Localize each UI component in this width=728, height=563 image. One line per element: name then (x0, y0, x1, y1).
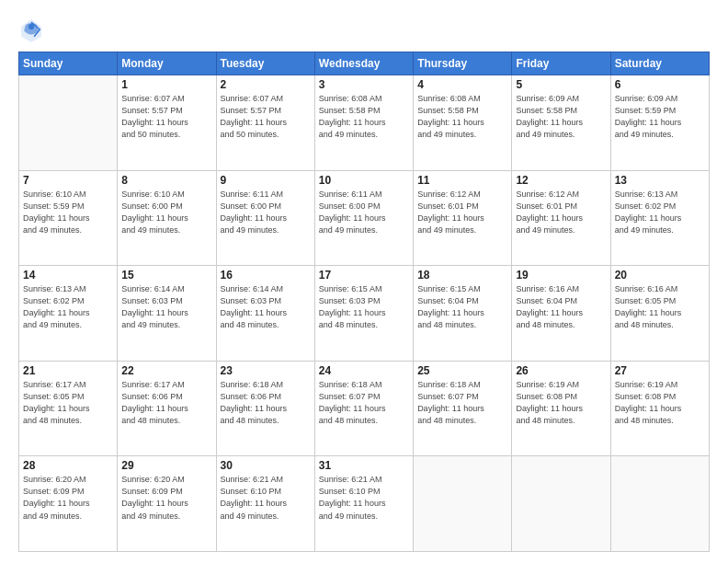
day-number: 15 (121, 269, 211, 282)
day-info: Sunrise: 6:19 AM Sunset: 6:08 PM Dayligh… (516, 379, 606, 427)
day-info: Sunrise: 6:17 AM Sunset: 6:06 PM Dayligh… (121, 379, 211, 427)
day-info: Sunrise: 6:21 AM Sunset: 6:10 PM Dayligh… (319, 474, 409, 522)
day-info: Sunrise: 6:11 AM Sunset: 6:00 PM Dayligh… (319, 189, 409, 236)
calendar-cell: 15Sunrise: 6:14 AM Sunset: 6:03 PM Dayli… (118, 266, 216, 362)
day-number: 12 (516, 174, 606, 187)
calendar-cell: 11Sunrise: 6:12 AM Sunset: 6:01 PM Dayli… (414, 170, 512, 266)
calendar-header-row: SundayMondayTuesdayWednesdayThursdayFrid… (19, 52, 710, 75)
day-info: Sunrise: 6:14 AM Sunset: 6:03 PM Dayligh… (121, 283, 211, 331)
calendar-cell: 2Sunrise: 6:07 AM Sunset: 5:57 PM Daylig… (216, 75, 314, 171)
day-info: Sunrise: 6:08 AM Sunset: 5:58 PM Dayligh… (417, 93, 507, 141)
day-number: 18 (417, 269, 507, 282)
calendar-week-row: 7Sunrise: 6:10 AM Sunset: 5:59 PM Daylig… (19, 170, 710, 266)
calendar-cell: 10Sunrise: 6:11 AM Sunset: 6:00 PM Dayli… (314, 170, 413, 266)
day-number: 6 (615, 78, 705, 91)
svg-point-1 (28, 24, 34, 29)
day-info: Sunrise: 6:17 AM Sunset: 6:05 PM Dayligh… (23, 379, 113, 427)
day-info: Sunrise: 6:10 AM Sunset: 5:59 PM Dayligh… (23, 189, 113, 236)
calendar-cell: 19Sunrise: 6:16 AM Sunset: 6:04 PM Dayli… (512, 266, 610, 362)
calendar-day-header: Wednesday (314, 52, 413, 75)
calendar-cell: 16Sunrise: 6:14 AM Sunset: 6:03 PM Dayli… (216, 266, 314, 362)
day-info: Sunrise: 6:18 AM Sunset: 6:07 PM Dayligh… (319, 379, 409, 427)
calendar-day-header: Monday (118, 52, 216, 75)
calendar-week-row: 1Sunrise: 6:07 AM Sunset: 5:57 PM Daylig… (19, 75, 710, 171)
day-info: Sunrise: 6:16 AM Sunset: 6:04 PM Dayligh… (516, 283, 606, 331)
day-info: Sunrise: 6:10 AM Sunset: 6:00 PM Dayligh… (121, 189, 211, 236)
day-number: 17 (319, 269, 409, 282)
day-info: Sunrise: 6:14 AM Sunset: 6:03 PM Dayligh… (221, 283, 311, 331)
calendar-day-header: Thursday (414, 52, 512, 75)
day-number: 22 (121, 364, 211, 377)
day-info: Sunrise: 6:11 AM Sunset: 6:00 PM Dayligh… (221, 189, 311, 236)
day-number: 16 (221, 269, 311, 282)
day-info: Sunrise: 6:18 AM Sunset: 6:06 PM Dayligh… (221, 379, 311, 427)
day-info: Sunrise: 6:08 AM Sunset: 5:58 PM Dayligh… (319, 93, 409, 141)
calendar-cell: 24Sunrise: 6:18 AM Sunset: 6:07 PM Dayli… (314, 361, 413, 456)
day-number: 30 (221, 459, 311, 472)
calendar-cell: 4Sunrise: 6:08 AM Sunset: 5:58 PM Daylig… (414, 75, 512, 171)
day-number: 24 (319, 364, 409, 377)
day-number: 5 (516, 78, 606, 91)
day-info: Sunrise: 6:12 AM Sunset: 6:01 PM Dayligh… (516, 189, 606, 236)
day-info: Sunrise: 6:20 AM Sunset: 6:09 PM Dayligh… (121, 474, 211, 522)
calendar-cell: 22Sunrise: 6:17 AM Sunset: 6:06 PM Dayli… (118, 361, 216, 456)
calendar-cell: 13Sunrise: 6:13 AM Sunset: 6:02 PM Dayli… (610, 170, 709, 266)
calendar-cell: 12Sunrise: 6:12 AM Sunset: 6:01 PM Dayli… (512, 170, 610, 266)
day-info: Sunrise: 6:15 AM Sunset: 6:03 PM Dayligh… (319, 283, 409, 331)
calendar-table: SundayMondayTuesdayWednesdayThursdayFrid… (18, 52, 710, 552)
logo-icon (18, 17, 44, 42)
calendar-cell: 20Sunrise: 6:16 AM Sunset: 6:05 PM Dayli… (610, 266, 709, 362)
calendar-cell: 29Sunrise: 6:20 AM Sunset: 6:09 PM Dayli… (118, 456, 216, 552)
day-info: Sunrise: 6:18 AM Sunset: 6:07 PM Dayligh… (417, 379, 507, 427)
day-info: Sunrise: 6:15 AM Sunset: 6:04 PM Dayligh… (417, 283, 507, 331)
day-info: Sunrise: 6:12 AM Sunset: 6:01 PM Dayligh… (417, 189, 507, 236)
day-number: 28 (23, 459, 113, 472)
calendar-cell (610, 456, 709, 552)
day-info: Sunrise: 6:16 AM Sunset: 6:05 PM Dayligh… (615, 283, 705, 331)
calendar-day-header: Saturday (610, 52, 709, 75)
day-number: 11 (417, 174, 507, 187)
calendar-cell: 3Sunrise: 6:08 AM Sunset: 5:58 PM Daylig… (314, 75, 413, 171)
day-number: 13 (615, 174, 705, 187)
calendar-cell: 23Sunrise: 6:18 AM Sunset: 6:06 PM Dayli… (216, 361, 314, 456)
day-number: 19 (516, 269, 606, 282)
day-info: Sunrise: 6:07 AM Sunset: 5:57 PM Dayligh… (221, 93, 311, 141)
calendar-cell: 28Sunrise: 6:20 AM Sunset: 6:09 PM Dayli… (19, 456, 118, 552)
day-number: 27 (615, 364, 705, 377)
day-info: Sunrise: 6:13 AM Sunset: 6:02 PM Dayligh… (615, 189, 705, 236)
day-number: 7 (23, 174, 113, 187)
day-number: 23 (221, 364, 311, 377)
day-info: Sunrise: 6:19 AM Sunset: 6:08 PM Dayligh… (615, 379, 705, 427)
calendar-cell: 1Sunrise: 6:07 AM Sunset: 5:57 PM Daylig… (118, 75, 216, 171)
calendar-cell: 8Sunrise: 6:10 AM Sunset: 6:00 PM Daylig… (118, 170, 216, 266)
calendar-cell (19, 75, 118, 171)
calendar-cell: 17Sunrise: 6:15 AM Sunset: 6:03 PM Dayli… (314, 266, 413, 362)
calendar-cell: 7Sunrise: 6:10 AM Sunset: 5:59 PM Daylig… (19, 170, 118, 266)
calendar-cell: 25Sunrise: 6:18 AM Sunset: 6:07 PM Dayli… (414, 361, 512, 456)
calendar-day-header: Sunday (19, 52, 118, 75)
calendar-cell (512, 456, 610, 552)
day-number: 31 (319, 459, 409, 472)
calendar-day-header: Tuesday (216, 52, 314, 75)
calendar-cell: 30Sunrise: 6:21 AM Sunset: 6:10 PM Dayli… (216, 456, 314, 552)
day-info: Sunrise: 6:09 AM Sunset: 5:58 PM Dayligh… (516, 93, 606, 141)
calendar-week-row: 14Sunrise: 6:13 AM Sunset: 6:02 PM Dayli… (19, 266, 710, 362)
day-number: 8 (121, 174, 211, 187)
calendar-cell: 26Sunrise: 6:19 AM Sunset: 6:08 PM Dayli… (512, 361, 610, 456)
day-number: 3 (319, 78, 409, 91)
day-number: 9 (221, 174, 311, 187)
day-number: 26 (516, 364, 606, 377)
day-number: 4 (417, 78, 507, 91)
calendar-cell: 6Sunrise: 6:09 AM Sunset: 5:59 PM Daylig… (610, 75, 709, 171)
header (18, 17, 710, 42)
day-number: 20 (615, 269, 705, 282)
day-info: Sunrise: 6:09 AM Sunset: 5:59 PM Dayligh… (615, 93, 705, 141)
calendar-cell: 14Sunrise: 6:13 AM Sunset: 6:02 PM Dayli… (19, 266, 118, 362)
day-number: 14 (23, 269, 113, 282)
day-number: 1 (121, 78, 211, 91)
logo (18, 17, 48, 42)
day-number: 10 (319, 174, 409, 187)
day-number: 2 (221, 78, 311, 91)
day-info: Sunrise: 6:13 AM Sunset: 6:02 PM Dayligh… (23, 283, 113, 331)
calendar-cell: 27Sunrise: 6:19 AM Sunset: 6:08 PM Dayli… (610, 361, 709, 456)
